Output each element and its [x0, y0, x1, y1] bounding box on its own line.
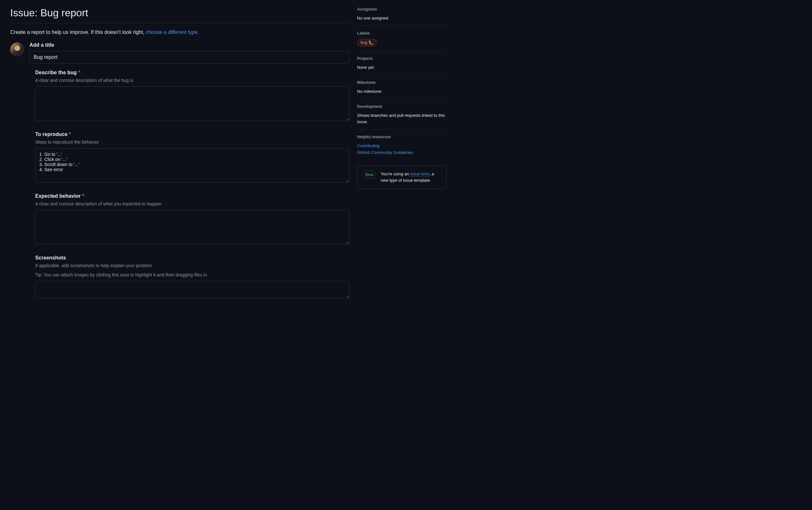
avatar[interactable] — [10, 42, 24, 57]
describe-title: Describe the bug * — [35, 69, 349, 77]
assignees-value: No one assigned — [357, 15, 446, 22]
milestone-section[interactable]: Milestone No milestone — [357, 75, 446, 99]
labels-title: Labels — [357, 30, 446, 36]
description-text: Create a report to help us improve. If t… — [10, 29, 146, 35]
resource-link-guidelines[interactable]: GitHub Community Guidelines — [357, 149, 446, 156]
development-title: Development — [357, 104, 446, 110]
issue-form-link[interactable]: issue form — [410, 171, 429, 177]
reproduce-textarea[interactable] — [35, 148, 349, 183]
projects-value: None yet — [357, 64, 446, 71]
expected-description: A clear and concise description of what … — [35, 201, 349, 207]
title-input[interactable] — [29, 51, 349, 64]
required-marker: * — [82, 193, 84, 199]
label-badge-bug[interactable]: bug 🐛 — [357, 39, 377, 47]
screenshots-tip: Tip: You can attach images by clicking t… — [35, 272, 349, 278]
resources-title: Helpful resources — [357, 134, 446, 140]
reproduce-description: Steps to reproduce the behavior — [35, 139, 349, 146]
assignees-title: Assignees — [357, 6, 446, 12]
describe-description: A clear and concise description of what … — [35, 77, 349, 84]
beta-badge: Beta — [362, 171, 376, 178]
page-title: Issue: Bug report — [10, 0, 349, 23]
required-marker: * — [78, 70, 80, 75]
page-description: Create a report to help us improve. If t… — [10, 23, 349, 41]
screenshots-description: If applicable, add screenshots to help e… — [35, 262, 349, 269]
expected-title: Expected behavior * — [35, 192, 349, 200]
screenshots-textarea[interactable] — [35, 281, 349, 298]
projects-title: Projects — [357, 56, 446, 62]
describe-textarea[interactable] — [35, 86, 349, 121]
beta-info-box: Beta You're using an issue form, a new t… — [357, 165, 446, 189]
reproduce-title: To reproduce * — [35, 131, 349, 138]
expected-textarea[interactable] — [35, 210, 349, 245]
projects-section[interactable]: Projects None yet — [357, 51, 446, 75]
assignees-section[interactable]: Assignees No one assigned — [357, 6, 446, 26]
development-value: Shows branches and pull requests linked … — [357, 112, 446, 125]
required-marker: * — [69, 132, 71, 137]
resource-link-contributing[interactable]: Contributing — [357, 143, 446, 149]
labels-section[interactable]: Labels bug 🐛 — [357, 26, 446, 51]
resources-section: Helpful resources Contributing GitHub Co… — [357, 130, 446, 160]
development-section: Development Shows branches and pull requ… — [357, 99, 446, 130]
milestone-value: No milestone — [357, 88, 446, 95]
milestone-title: Milestone — [357, 80, 446, 86]
title-label: Add a title — [29, 41, 349, 49]
beta-text: You're using an issue form, a new type o… — [381, 171, 441, 183]
screenshots-title: Screenshots — [35, 254, 349, 262]
choose-different-type-link[interactable]: choose a different type. — [146, 29, 199, 35]
